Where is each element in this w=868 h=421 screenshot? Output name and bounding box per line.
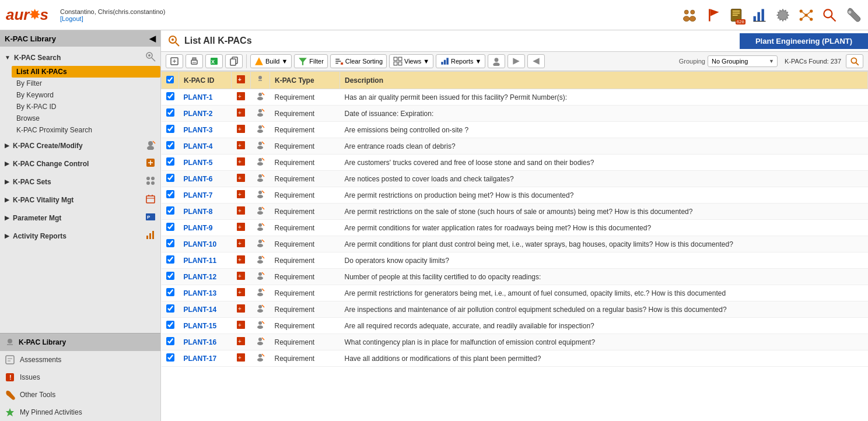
row-user-icon[interactable] <box>256 141 265 150</box>
row-add-icon[interactable]: + <box>236 255 246 264</box>
col-description[interactable]: Description <box>340 72 868 89</box>
row-checkbox[interactable] <box>166 304 174 313</box>
kpac-id-cell[interactable]: PLANT-14 <box>179 301 232 318</box>
chart-icon[interactable] <box>750 6 769 24</box>
sidebar-parameter-header[interactable]: ▶ Parameter Mgt P <box>0 209 160 226</box>
col-kpac-type[interactable]: K-PAC Type <box>270 72 340 89</box>
user-toolbar-btn[interactable] <box>488 54 505 68</box>
sidebar-item-list-all-kpacs[interactable]: List All K-PACs <box>12 66 160 78</box>
kpac-id-cell[interactable]: PLANT-6 <box>179 171 232 187</box>
excel-btn[interactable]: X <box>205 54 223 68</box>
row-checkbox[interactable] <box>166 157 174 166</box>
sidebar-issues[interactable]: ! Issues <box>0 369 160 386</box>
row-user-icon[interactable] <box>256 124 265 134</box>
kpac-id-cell[interactable]: PLANT-10 <box>179 236 232 252</box>
reports-btn[interactable]: Reports ▼ <box>436 54 485 68</box>
row-add-icon[interactable]: + <box>236 206 246 215</box>
row-user-icon[interactable] <box>256 353 265 362</box>
badge-icon[interactable]: 628 <box>727 6 746 24</box>
sidebar-item-browse[interactable]: Browse <box>12 113 160 124</box>
row-checkbox[interactable] <box>166 92 174 100</box>
filter-btn[interactable]: Filter <box>294 54 327 68</box>
sidebar-assessments[interactable]: Assessments <box>0 351 160 369</box>
wrench-icon[interactable] <box>844 6 862 24</box>
sidebar-item-kpac-proximity[interactable]: K-PAC Proximity Search <box>12 124 160 136</box>
sidebar-kpac-vitality-header[interactable]: ▶ K-PAC Vitality Mgt <box>0 191 160 208</box>
backward-btn[interactable] <box>527 54 545 68</box>
row-user-icon[interactable] <box>256 304 265 313</box>
kpac-id-cell[interactable]: PLANT-12 <box>179 269 232 285</box>
kpac-id-cell[interactable]: PLANT-3 <box>179 122 232 138</box>
sidebar-other-tools[interactable]: Other Tools <box>0 386 160 404</box>
row-checkbox[interactable] <box>166 125 174 133</box>
row-user-icon[interactable] <box>256 157 265 166</box>
kpac-id-cell[interactable]: PLANT-15 <box>179 318 232 334</box>
sidebar-kpac-create-header[interactable]: ▶ K-PAC Create/Modify <box>0 137 160 154</box>
sidebar-item-by-kpac-id[interactable]: By K-PAC ID <box>12 101 160 113</box>
network-icon[interactable] <box>797 6 816 24</box>
sidebar-activity-header[interactable]: ▶ Activity Reports <box>0 227 160 244</box>
kpac-id-cell[interactable]: PLANT-7 <box>179 187 232 204</box>
kpac-id-cell[interactable]: PLANT-1 <box>179 89 232 106</box>
row-add-icon[interactable]: + <box>236 238 246 248</box>
row-checkbox[interactable] <box>166 141 174 149</box>
kpac-search-toolbar-btn[interactable] <box>846 54 863 68</box>
row-user-icon[interactable] <box>256 173 265 183</box>
kpac-id-cell[interactable]: PLANT-4 <box>179 138 232 155</box>
col-kpac-id[interactable]: K-PAC ID <box>179 72 232 89</box>
row-checkbox[interactable] <box>166 239 174 247</box>
kpac-id-cell[interactable]: PLANT-11 <box>179 252 232 269</box>
kpac-id-cell[interactable]: PLANT-9 <box>179 220 232 236</box>
row-user-icon[interactable] <box>256 92 265 101</box>
copy-btn[interactable] <box>225 54 243 68</box>
row-user-icon[interactable] <box>256 190 265 199</box>
row-add-icon[interactable]: + <box>236 190 246 199</box>
row-checkbox[interactable] <box>166 272 174 280</box>
logout-link[interactable]: [Logout] <box>60 15 83 22</box>
row-add-icon[interactable]: + <box>236 222 246 231</box>
sidebar-kpac-search-header[interactable]: ▼ K-PAC Search <box>0 49 160 66</box>
print-btn[interactable] <box>186 54 203 68</box>
row-user-icon[interactable] <box>256 206 265 215</box>
export-btn[interactable] <box>166 54 183 68</box>
row-checkbox[interactable] <box>166 353 174 362</box>
row-add-icon[interactable]: + <box>236 320 246 329</box>
kpac-id-cell[interactable]: PLANT-13 <box>179 285 232 301</box>
row-add-icon[interactable]: + <box>236 124 246 134</box>
kpac-id-cell[interactable]: PLANT-2 <box>179 106 232 122</box>
row-add-icon[interactable]: + <box>236 304 246 313</box>
flag-icon[interactable] <box>704 6 722 24</box>
kpac-id-cell[interactable]: PLANT-17 <box>179 350 232 367</box>
row-checkbox[interactable] <box>166 190 174 198</box>
kpac-id-cell[interactable]: PLANT-5 <box>179 155 232 171</box>
grouping-select[interactable]: No Grouping <box>708 55 778 67</box>
settings-icon[interactable] <box>774 6 792 24</box>
search-icon[interactable] <box>820 6 839 24</box>
row-checkbox[interactable] <box>166 321 174 329</box>
select-all-checkbox[interactable] <box>166 76 174 83</box>
row-checkbox[interactable] <box>166 288 174 296</box>
row-user-icon[interactable] <box>256 255 265 264</box>
sidebar-kpac-sets-header[interactable]: ▶ K-PAC Sets <box>0 173 160 190</box>
sidebar-collapse-icon[interactable]: ◀ <box>149 34 156 43</box>
sidebar-item-by-filter[interactable]: By Filter <box>12 78 160 89</box>
row-add-icon[interactable]: + <box>236 271 246 280</box>
row-add-icon[interactable]: + <box>236 287 246 297</box>
row-checkbox[interactable] <box>166 206 174 215</box>
row-checkbox[interactable] <box>166 255 174 264</box>
row-checkbox[interactable] <box>166 337 174 345</box>
row-checkbox[interactable] <box>166 108 174 117</box>
row-user-icon[interactable] <box>256 271 265 280</box>
row-add-icon[interactable]: + <box>236 92 246 101</box>
clear-sorting-btn[interactable]: Clear Sorting <box>330 54 387 68</box>
row-add-icon[interactable]: + <box>236 353 246 362</box>
sidebar-item-by-keyword[interactable]: By Keyword <box>12 89 160 101</box>
forward-btn[interactable] <box>508 54 525 68</box>
row-user-icon[interactable] <box>256 238 265 248</box>
people-icon[interactable] <box>680 6 699 24</box>
row-add-icon[interactable]: + <box>236 173 246 183</box>
row-add-icon[interactable]: + <box>236 141 246 150</box>
row-user-icon[interactable] <box>256 108 265 117</box>
kpac-id-cell[interactable]: PLANT-16 <box>179 334 232 350</box>
views-btn[interactable]: Views ▼ <box>389 54 433 68</box>
